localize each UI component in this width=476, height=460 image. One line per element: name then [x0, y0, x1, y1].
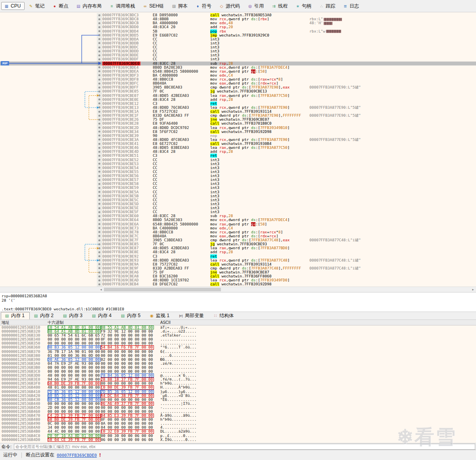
- breakpoint-gutter[interactable]: [97, 65, 102, 69]
- disasm-row[interactable]: 00007FFB369CBE6048:83EC 28sub rsp,28: [0, 214, 476, 218]
- row-dot[interactable]: [98, 191, 100, 193]
- disasm-row[interactable]: 00007FFB369CBDD048:83C4 20add rsp,20: [0, 25, 476, 29]
- breakpoint-gutter[interactable]: [97, 230, 102, 234]
- disasm-row[interactable]: 00007FFB369CBE59CCint3: [0, 186, 476, 190]
- disasm-row[interactable]: 00007FFB369CBE9AE8 75727C02call wechatwi…: [0, 262, 476, 266]
- row-dot[interactable]: [98, 98, 100, 100]
- row-dot[interactable]: [98, 151, 100, 153]
- breakpoint-gutter[interactable]: [97, 226, 102, 230]
- disasm-row[interactable]: 00007FFB369CBDE048:83EC 28sub rsp,28: [0, 62, 476, 65]
- breakpoint-gutter[interactable]: [97, 190, 102, 194]
- disasm-row[interactable]: 00007FFB369CBE54CCint3: [0, 166, 476, 170]
- scroll-left-arrow-icon[interactable]: ◂: [98, 287, 104, 292]
- disasm-row[interactable]: 00007FFB369CBE5BCCint3: [0, 194, 476, 198]
- breakpoint-dot[interactable]: [98, 62, 100, 64]
- breakpoint-gutter[interactable]: [97, 94, 102, 98]
- disasm-row[interactable]: 00007FFB369CBE57CCint3: [0, 178, 476, 182]
- disasm-row[interactable]: 00007FFB369CBE5DCCint3: [0, 202, 476, 206]
- breakpoint-gutter[interactable]: [97, 21, 102, 25]
- row-dot[interactable]: [98, 175, 100, 177]
- breakpoint-gutter[interactable]: [97, 126, 102, 130]
- tab-memory-map[interactable]: ▤内存布局: [73, 2, 106, 10]
- tab-log[interactable]: ≣日志: [340, 2, 363, 10]
- breakpoint-gutter[interactable]: [97, 25, 102, 29]
- row-dot[interactable]: [98, 239, 100, 241]
- disasm-row[interactable]: 00007FFB369CBDD5E9 E66B7C02jmp wechatwin…: [0, 33, 476, 37]
- row-dot[interactable]: [98, 207, 100, 209]
- tab-script[interactable]: ▨脚本: [169, 2, 192, 10]
- breakpoint-gutter[interactable]: [97, 274, 102, 278]
- breakpoint-gutter[interactable]: [97, 158, 102, 162]
- breakpoint-gutter[interactable]: [97, 41, 102, 45]
- row-dot[interactable]: [98, 203, 100, 205]
- breakpoint-gutter[interactable]: [97, 174, 102, 178]
- row-dot[interactable]: [98, 66, 100, 68]
- disasm-row[interactable]: 00007FFB369CBE3A48:8D0D 4FC0EA03lea rcx,…: [0, 138, 476, 142]
- disasm-row[interactable]: 00007FFB369CBE0748:8D05 42BEEA03lea rax,…: [0, 94, 476, 98]
- disasm-row[interactable]: 00007FFB369CBE41E8 6E727C02call wechatwi…: [0, 142, 476, 146]
- breakpoint-gutter[interactable]: [97, 282, 102, 286]
- dock-tab-memory-2[interactable]: ▤内存 2: [30, 312, 59, 319]
- row-dot[interactable]: [98, 87, 100, 89]
- breakpoint-gutter[interactable]: [97, 17, 102, 21]
- breakpoint-gutter[interactable]: [97, 266, 102, 270]
- breakpoint-gutter[interactable]: [97, 134, 102, 138]
- breakpoint-gutter[interactable]: [97, 146, 102, 150]
- row-dot[interactable]: [98, 223, 100, 225]
- disasm-row[interactable]: 00007FFB369CBDDACCint3: [0, 37, 476, 41]
- row-dot[interactable]: [98, 183, 100, 185]
- disasm-row[interactable]: 00007FFB369CBE5ACCint3: [0, 190, 476, 194]
- breakpoint-gutter[interactable]: [97, 178, 102, 182]
- breakpoint-gutter[interactable]: [97, 278, 102, 282]
- disasm-row[interactable]: 00007FFB369CBE92C3ret: [0, 254, 476, 258]
- disasm-row[interactable]: 00007FFB369CBE857F 0Cjg wechatwin.7FFB36…: [0, 242, 476, 246]
- row-dot[interactable]: [98, 147, 100, 149]
- breakpoint-gutter[interactable]: [97, 246, 102, 250]
- disasm-row[interactable]: 00007FFB369CBDFF3905 8BC0EA03cmp dword p…: [0, 85, 476, 89]
- disasm-row[interactable]: 00007FFB369CBEB4E8 DF6E7C02call wechatwi…: [0, 282, 476, 286]
- row-dot[interactable]: [98, 131, 100, 133]
- row-dot[interactable]: [98, 283, 100, 285]
- dock-tab-memory-4[interactable]: ▤内存 4: [88, 312, 117, 319]
- dock-tab-struct[interactable]: ∷结构体: [209, 312, 239, 319]
- disasm-row[interactable]: 00007FFB369CBE34E8 5F6F7C02call wechatwi…: [0, 130, 476, 134]
- disasm-row[interactable]: 00007FFB369CBDFC8B040Amov eax,dword ptr …: [0, 81, 476, 85]
- row-dot[interactable]: [98, 235, 100, 237]
- disasm-row[interactable]: 00007FFB369CBE73BA C4000000mov edx,C4: [0, 226, 476, 230]
- row-dot[interactable]: [98, 102, 100, 104]
- breakpoint-gutter[interactable]: [97, 206, 102, 210]
- row-dot[interactable]: [98, 90, 100, 92]
- row-dot[interactable]: [98, 143, 100, 145]
- tab-call-stack[interactable]: ≡调用堆栈: [106, 2, 139, 10]
- tab-source[interactable]: ◇源代码: [216, 2, 244, 10]
- breakpoint-gutter[interactable]: [97, 77, 102, 81]
- row-dot[interactable]: [98, 14, 100, 16]
- row-dot[interactable]: [98, 123, 100, 125]
- tab-threads[interactable]: ⇉线程: [269, 2, 292, 10]
- disasm-row[interactable]: 00007FFB369CBE58CCint3: [0, 182, 476, 186]
- breakpoint-gutter[interactable]: [97, 49, 102, 53]
- row-dot[interactable]: [98, 115, 100, 117]
- disasm-row[interactable]: 00007FFB369CBDDCCCint3: [0, 45, 476, 49]
- breakpoint-gutter[interactable]: [97, 73, 102, 77]
- disasm-row[interactable]: 00007FFB369CBE2675 DFjne wechatwin.7FFB3…: [0, 117, 476, 121]
- disasm-row[interactable]: 00007FFB369CBE12C3ret: [0, 102, 476, 106]
- disasm-row[interactable]: 00007FFB369CBE057F 0Cjg wechatwin.7FFB36…: [0, 89, 476, 93]
- row-dot[interactable]: [98, 267, 100, 269]
- breakpoint-gutter[interactable]: [97, 154, 102, 158]
- dock-tab-locals[interactable]: [x=]局部变量: [175, 312, 209, 319]
- row-dot[interactable]: [98, 243, 100, 245]
- row-dot[interactable]: [98, 167, 100, 169]
- tab-handles[interactable]: ∗句柄: [292, 2, 315, 10]
- disasm-row[interactable]: 00007FFB369CBE9F833D A2BDEA03 FFcmp dwor…: [0, 266, 476, 270]
- breakpoint-gutter[interactable]: [97, 37, 102, 41]
- row-dot[interactable]: [98, 219, 100, 221]
- tab-cpu[interactable]: ▦CPU: [1, 2, 25, 10]
- row-dot[interactable]: [98, 263, 100, 265]
- row-dot[interactable]: [98, 179, 100, 181]
- breakpoint-gutter[interactable]: [97, 234, 102, 238]
- disasm-row[interactable]: 00007FFB369CBE3990nop: [0, 134, 476, 138]
- breakpoint-gutter[interactable]: [97, 69, 102, 73]
- disasm-row[interactable]: 00007FFB369CBE52CCint3: [0, 158, 476, 162]
- row-dot[interactable]: [98, 26, 100, 28]
